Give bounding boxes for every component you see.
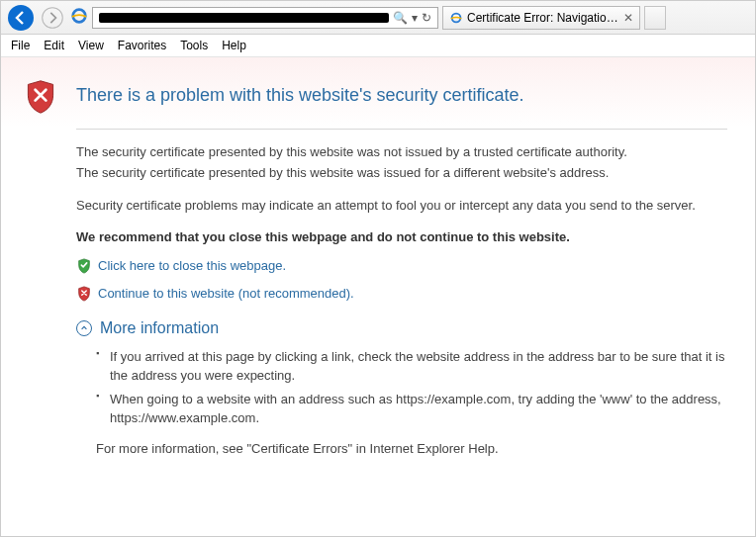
tab-title: Certificate Error: Navigation... xyxy=(467,11,619,25)
menu-view[interactable]: View xyxy=(78,39,104,52)
tab-close-icon[interactable]: ✕ xyxy=(623,11,633,25)
more-information-toggle[interactable]: More information xyxy=(76,319,727,337)
shield-error-icon xyxy=(23,79,58,115)
url-text xyxy=(99,13,389,23)
more-info-bullets: If you arrived at this page by clicking … xyxy=(76,347,727,428)
new-tab-button[interactable] xyxy=(644,6,666,30)
page-title: There is a problem with this website's s… xyxy=(76,85,524,106)
page-content: There is a problem with this website's s… xyxy=(1,57,755,534)
forward-arrow-icon xyxy=(41,6,64,30)
svg-point-0 xyxy=(8,5,34,31)
bullet-item: If you arrived at this page by clicking … xyxy=(96,347,727,386)
browser-tab[interactable]: Certificate Error: Navigation... ✕ xyxy=(442,6,640,30)
bullet-item: When going to a website with an address … xyxy=(96,390,727,428)
continue-website-link[interactable]: Continue to this website (not recommende… xyxy=(76,286,727,302)
recommend-text: We recommend that you close this webpage… xyxy=(76,229,727,244)
menu-favorites[interactable]: Favorites xyxy=(118,39,166,52)
cert-warning-text: Security certificate problems may indica… xyxy=(76,197,727,216)
menu-edit[interactable]: Edit xyxy=(44,39,64,52)
close-webpage-link[interactable]: Click here to close this webpage. xyxy=(76,258,727,274)
shield-x-small-icon xyxy=(76,286,92,302)
address-bar-controls: 🔍 ▾ ↻ xyxy=(393,11,435,25)
menu-bar: File Edit View Favorites Tools Help xyxy=(1,35,755,57)
back-button[interactable] xyxy=(7,4,35,32)
cert-error-line-1: The security certificate presented by th… xyxy=(76,143,727,162)
divider xyxy=(76,129,727,130)
browser-nav-bar: 🔍 ▾ ↻ Certificate Error: Navigation... ✕ xyxy=(1,1,755,35)
search-icon[interactable]: 🔍 xyxy=(393,11,408,25)
address-bar[interactable]: 🔍 ▾ ↻ xyxy=(92,7,438,29)
ie-page-icon xyxy=(449,11,463,25)
shield-check-icon xyxy=(76,258,92,274)
dropdown-icon[interactable]: ▾ xyxy=(412,11,418,25)
help-reference-text: For more information, see "Certificate E… xyxy=(96,441,727,456)
close-webpage-label: Click here to close this webpage. xyxy=(98,258,286,273)
ie-logo-icon xyxy=(70,7,88,28)
menu-file[interactable]: File xyxy=(11,39,30,52)
svg-point-1 xyxy=(43,7,63,28)
menu-tools[interactable]: Tools xyxy=(180,39,208,52)
chevron-up-icon xyxy=(76,320,92,336)
more-information-label: More information xyxy=(100,319,219,337)
refresh-icon[interactable]: ↻ xyxy=(422,11,431,25)
back-arrow-icon xyxy=(7,4,35,32)
menu-help[interactable]: Help xyxy=(222,39,246,52)
cert-error-line-2: The security certificate presented by th… xyxy=(76,164,727,183)
continue-website-label: Continue to this website (not recommende… xyxy=(98,286,354,301)
forward-button[interactable] xyxy=(39,4,66,32)
